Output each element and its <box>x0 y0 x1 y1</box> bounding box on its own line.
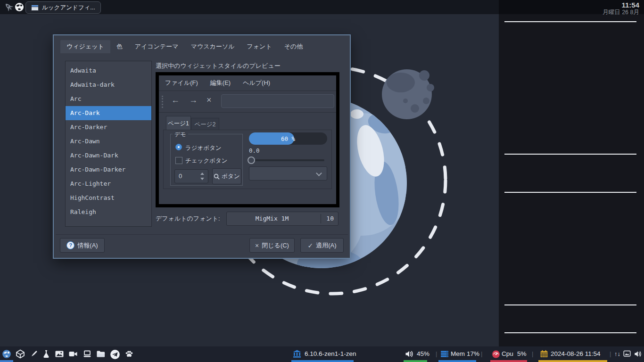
progress-bar: 60 % <box>249 132 327 145</box>
theme-list-item[interactable]: Raleigh <box>66 205 151 219</box>
font-name: MigMix 1M <box>227 215 317 222</box>
separator: | <box>481 350 482 357</box>
tab-other[interactable]: その他 <box>278 40 309 53</box>
video-camera-icon[interactable] <box>68 349 78 359</box>
tab-mouse-cursor[interactable]: マウスカーソル <box>185 40 241 53</box>
apply-button[interactable]: ✓ 適用(A) <box>300 238 344 253</box>
theme-list-item[interactable]: HighContrast <box>66 191 151 205</box>
theme-list-item[interactable]: Adwaita-dark <box>66 78 151 92</box>
info-button-label: 情報(A) <box>77 241 98 250</box>
preview-tab-page2[interactable]: ページ2 <box>191 118 219 130</box>
theme-list-item[interactable]: Arc-Lighter <box>66 177 151 191</box>
spinbox[interactable]: 0 <box>174 169 208 183</box>
slider-value-label: 0.0 <box>249 147 260 154</box>
theme-list-item-selected[interactable]: Arc-Dark <box>66 106 151 120</box>
tab-widget[interactable]: ウィジェット <box>60 40 110 53</box>
menu-file[interactable]: ファイル(F) <box>165 79 198 87</box>
theme-list-item[interactable]: Arc-Dawn-Darker <box>66 163 151 177</box>
slider-handle[interactable] <box>248 156 255 164</box>
theme-list-item[interactable]: Arc-Darker <box>66 120 151 134</box>
sidebar-separator-line <box>504 304 636 305</box>
cpu-value[interactable]: 5% <box>517 350 527 357</box>
theme-list-item[interactable]: Adwaita <box>66 64 151 78</box>
clock-time: 11:54 <box>603 1 639 9</box>
sidebar-clock: 11:54 月曜日 26 8月 <box>603 1 639 16</box>
checkbox-label: チェックボタン <box>185 157 228 165</box>
radio-button[interactable] <box>175 144 182 150</box>
dialog-separator <box>56 234 348 235</box>
globe-icon[interactable] <box>15 2 24 12</box>
close-icon[interactable]: × <box>206 95 212 105</box>
kernel-version[interactable]: 6.10.6-zen1-1-zen <box>305 350 356 357</box>
rocket-icon[interactable] <box>4 2 14 12</box>
pen-icon[interactable] <box>29 349 39 359</box>
question-mark-icon: ? <box>66 241 74 249</box>
kernel-underline <box>291 360 354 362</box>
font-picker[interactable]: MigMix 1M 10 <box>226 212 339 226</box>
tab-icon-theme[interactable]: アイコンテーマ <box>129 40 185 53</box>
theme-list: Adwaita Adwaita-dark Arc Arc-Dark Arc-Da… <box>65 61 152 227</box>
volume-percent[interactable]: 45% <box>417 350 429 357</box>
calendar-icon[interactable] <box>539 349 549 359</box>
tray-volume-icon[interactable] <box>634 349 642 359</box>
kernel-bank-icon <box>292 349 302 359</box>
mem-value[interactable]: 17% <box>467 350 479 357</box>
widget-style-preview: ファイル(F) 編集(E) ヘルプ(H) ← → × ページ1 ページ2 デモ … <box>156 72 339 207</box>
desktop: ルックアンドフィ... 11:54 月曜日 26 8月 ウィジェット 色 アイコ… <box>0 0 644 362</box>
datetime-underline <box>538 360 607 362</box>
spin-down-icon[interactable] <box>200 178 204 180</box>
close-button[interactable]: × 閉じる(C) <box>249 238 295 253</box>
telegram-icon[interactable] <box>110 349 120 360</box>
menu-edit[interactable]: 編集(E) <box>210 79 231 87</box>
preview-caption: 選択中のウィジェットスタイルのプレビュー <box>156 62 281 70</box>
active-task-underline <box>0 360 13 362</box>
preview-tab-page1[interactable]: ページ1 <box>166 116 191 130</box>
sidebar-separator-line <box>504 154 636 155</box>
apply-button-label: 適用(A) <box>316 241 336 250</box>
preview-text-entry[interactable] <box>221 94 334 108</box>
close-button-label: 閉じる(C) <box>262 241 289 250</box>
mem-label[interactable]: Mem <box>451 350 465 357</box>
forward-arrow-icon[interactable]: → <box>189 95 198 105</box>
info-button[interactable]: ? 情報(A) <box>60 238 105 253</box>
theme-list-item[interactable]: Arc <box>66 92 151 106</box>
window-button-label: ルックアンドフィ... <box>42 4 95 12</box>
close-x-icon: × <box>255 242 259 249</box>
toolbar-grip[interactable] <box>162 96 163 108</box>
radio-label: ラジオボタン <box>185 144 222 152</box>
conky-sidebar <box>499 0 644 346</box>
back-arrow-icon[interactable]: ← <box>171 95 180 105</box>
spin-up-icon[interactable] <box>200 173 204 175</box>
paw-icon[interactable] <box>124 349 134 359</box>
network-arrows-icon[interactable]: ↑↓ <box>614 350 620 357</box>
preview-toolbar: ← → × <box>159 91 336 113</box>
file-manager-folder-icon[interactable] <box>96 349 106 359</box>
demo-groupbox: デモ ラジオボタン チェックボタン 0 <box>170 134 243 186</box>
tab-color[interactable]: 色 <box>110 40 129 53</box>
taskbar: 6.10.6-zen1-1-zen 45% | Mem 17% | Cpu 5% <box>0 346 644 362</box>
dialog-tab-bar: ウィジェット 色 アイコンテーマ マウスカーソル フォント その他 <box>60 40 309 53</box>
laptop-icon[interactable] <box>82 349 92 359</box>
cpu-label[interactable]: Cpu <box>502 350 513 357</box>
preview-menubar: ファイル(F) 編集(E) ヘルプ(H) <box>159 75 336 91</box>
tray-image-icon[interactable] <box>623 350 631 357</box>
datetime-text[interactable]: 2024-08-26 11:54 <box>551 350 601 357</box>
demo-button[interactable]: ボタン <box>212 168 241 184</box>
box-cube-icon[interactable] <box>16 349 25 359</box>
combobox[interactable] <box>249 166 327 181</box>
image-viewer-icon[interactable] <box>54 349 65 359</box>
menu-help[interactable]: ヘルプ(H) <box>243 79 270 87</box>
taskbar-window-button[interactable]: ルックアンドフィ... <box>25 1 101 14</box>
volume-underline <box>404 360 427 362</box>
checkbox[interactable] <box>175 157 182 164</box>
groupbox-title: デモ <box>173 131 188 139</box>
clock-date: 月曜日 26 8月 <box>603 9 639 16</box>
theme-list-item[interactable]: Arc-Dawn <box>66 134 151 148</box>
volume-icon[interactable] <box>405 349 414 359</box>
flask-icon[interactable] <box>41 349 51 359</box>
slider-track[interactable] <box>249 159 324 161</box>
theme-list-item[interactable]: Arc-Dawn-Dark <box>66 148 151 163</box>
tab-font[interactable]: フォント <box>240 40 278 53</box>
preview-tab-pane: デモ ラジオボタン チェックボタン 0 <box>163 130 332 189</box>
browser-globe-icon[interactable] <box>2 349 11 359</box>
